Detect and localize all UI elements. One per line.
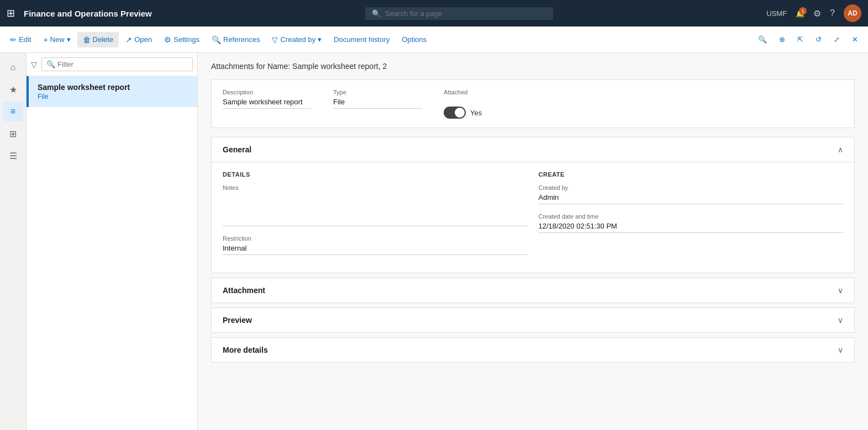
attached-toggle-wrap: Yes [444, 98, 532, 119]
main-layout: ⌂ ★ ≡ ⊞ ☰ ▽ 🔍 Sample worksheet report Fi… [0, 53, 868, 430]
popout-button[interactable]: ⤢ [828, 32, 845, 47]
notification-bell[interactable]: 🔔 1 [796, 9, 804, 18]
type-label: Type [333, 89, 422, 95]
general-section-title: General [223, 145, 251, 154]
references-icon: 🔍 [212, 35, 221, 44]
top-nav-right: USMF 🔔 1 ⚙ ? AD [766, 4, 861, 22]
preview-section: Preview ∨ [211, 307, 855, 333]
filter-search-icon: 🔍 [46, 60, 55, 68]
general-section-body: DETAILS Notes Restriction Internal CREAT… [212, 162, 854, 273]
general-section: General ∧ DETAILS Notes Restriction Int [211, 137, 855, 273]
attached-toggle[interactable] [444, 107, 466, 119]
description-value: Sample worksheet report [223, 98, 311, 109]
personalize-icon: ⊕ [779, 35, 785, 44]
more-details-chevron-icon: ∨ [838, 346, 843, 354]
options-button[interactable]: Options [396, 32, 432, 47]
type-value: File [333, 98, 422, 109]
details-heading: DETAILS [223, 171, 528, 178]
sidebar-home-icon[interactable]: ⌂ [3, 57, 23, 77]
created-by-button[interactable]: ▽ Created by ▾ [266, 32, 327, 47]
general-grid: DETAILS Notes Restriction Internal CREAT… [223, 171, 843, 264]
description-label: Description [223, 89, 311, 95]
grid-icon[interactable]: ⊞ [7, 7, 15, 19]
created-date-value: 12/18/2020 02:51:30 PM [539, 222, 844, 233]
more-details-section-header[interactable]: More details ∨ [212, 338, 854, 362]
new-button[interactable]: + New ▾ [38, 32, 76, 47]
created-by-dropdown-icon: ▾ [318, 35, 322, 44]
refresh-button[interactable]: ↺ [810, 32, 827, 47]
list-item-subtitle: File [38, 93, 188, 100]
plus-icon: + [43, 35, 48, 44]
general-chevron-icon: ∧ [838, 145, 843, 154]
create-column: CREATE Created by Admin Created date and… [539, 171, 844, 264]
filter-icon: ▽ [272, 35, 278, 44]
left-sidebar: ⌂ ★ ≡ ⊞ ☰ [0, 53, 27, 430]
user-code: USMF [766, 9, 787, 18]
new-dropdown-icon: ▾ [67, 35, 71, 44]
references-button[interactable]: 🔍 References [206, 32, 265, 47]
attachment-chevron-icon: ∨ [838, 286, 843, 295]
notes-value [223, 193, 528, 226]
fullscreen-button[interactable]: ⇱ [792, 32, 809, 47]
description-field-group: Description Sample worksheet report [223, 89, 311, 109]
created-date-label: Created date and time [539, 213, 844, 220]
filter-button[interactable]: ▽ [31, 60, 37, 69]
create-heading: CREATE [539, 171, 844, 178]
toolbar: ✏ Edit + New ▾ 🗑 Delete ↗ Open ⚙ Setting… [0, 26, 868, 53]
edit-button[interactable]: ✏ Edit [4, 32, 36, 47]
more-details-section-title: More details [223, 346, 268, 354]
delete-button[interactable]: 🗑 Delete [77, 32, 119, 47]
notification-badge: 1 [799, 7, 807, 15]
settings-button[interactable]: ⚙ Settings [159, 32, 205, 47]
attachment-section: Attachment ∨ [211, 278, 855, 303]
list-filter-row: ▽ 🔍 [27, 53, 197, 76]
attachment-section-header[interactable]: Attachment ∨ [212, 278, 854, 302]
notes-field: Notes [223, 184, 528, 226]
type-field-group: Type File [333, 89, 422, 109]
preview-section-title: Preview [223, 316, 252, 325]
sidebar-favorites-icon[interactable]: ★ [3, 79, 23, 99]
preview-chevron-icon: ∨ [838, 316, 843, 325]
created-by-value: Admin [539, 193, 844, 204]
restriction-value: Internal [223, 244, 528, 255]
attached-label: Attached [444, 89, 532, 95]
close-icon: ✕ [852, 35, 858, 44]
settings-gear-icon: ⚙ [164, 35, 171, 44]
personalize-button[interactable]: ⊕ [774, 32, 791, 47]
created-by-label: Created by [539, 184, 844, 191]
toolbar-search-button[interactable]: 🔍 [753, 32, 772, 47]
user-avatar[interactable]: AD [844, 4, 861, 22]
detail-header: Attachments for Name: Sample worksheet r… [211, 62, 855, 71]
settings-icon[interactable]: ⚙ [813, 8, 821, 19]
list-item-title: Sample worksheet report [38, 83, 188, 92]
filter-input[interactable] [57, 60, 188, 68]
search-icon: 🔍 [372, 9, 381, 18]
sidebar-list-icon[interactable]: ≡ [3, 102, 23, 121]
general-section-header[interactable]: General ∧ [212, 137, 854, 162]
sidebar-grid-icon[interactable]: ⊞ [3, 124, 23, 144]
created-by-field: Created by Admin [539, 184, 844, 204]
refresh-icon: ↺ [816, 35, 822, 44]
preview-section-header[interactable]: Preview ∨ [212, 308, 854, 332]
search-bar[interactable]: 🔍 [365, 7, 553, 20]
created-date-field: Created date and time 12/18/2020 02:51:3… [539, 213, 844, 233]
help-icon[interactable]: ? [830, 8, 835, 18]
open-icon: ↗ [125, 35, 132, 44]
fullscreen-icon: ⇱ [797, 35, 803, 44]
open-button[interactable]: ↗ Open [120, 32, 157, 47]
edit-icon: ✏ [10, 35, 17, 44]
restriction-label: Restriction [223, 235, 528, 242]
detail-panel: Attachments for Name: Sample worksheet r… [198, 53, 868, 430]
search-input[interactable] [385, 9, 546, 18]
more-details-section: More details ∨ [211, 337, 855, 363]
attachment-info: Description Sample worksheet report Type… [211, 79, 855, 128]
delete-icon: 🗑 [83, 35, 91, 44]
list-item[interactable]: Sample worksheet report File [27, 76, 197, 107]
attached-field-group: Attached Yes [444, 89, 532, 119]
toolbar-search-icon: 🔍 [758, 35, 767, 44]
close-button[interactable]: ✕ [846, 32, 864, 47]
attached-text: Yes [470, 109, 482, 117]
filter-input-wrap[interactable]: 🔍 [41, 57, 193, 71]
sidebar-menu-icon[interactable]: ☰ [3, 146, 23, 166]
document-history-button[interactable]: Document history [328, 32, 395, 47]
